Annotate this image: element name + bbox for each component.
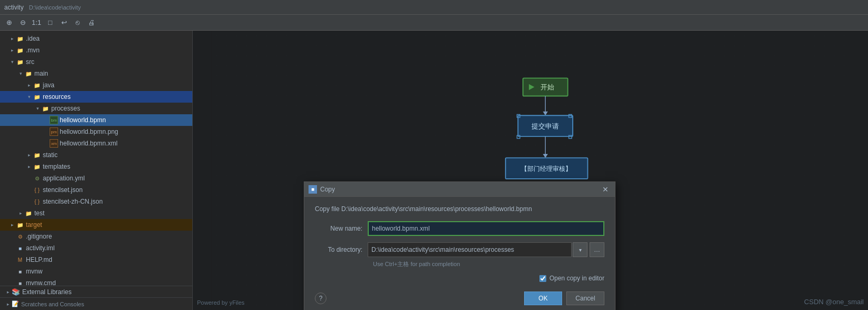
scratches-consoles-item[interactable]: 📝 Scratches and Consoles (0, 297, 192, 310)
dialog-open-copy-checkbox[interactable] (539, 275, 546, 282)
toolbar-btn-5[interactable]: ↩ (58, 17, 70, 29)
powered-by-label: Powered by yFiles (197, 299, 245, 306)
tree-item-mvn[interactable]: 📁 .mvn (0, 44, 192, 56)
xml-icon-helloworld: xm (50, 139, 58, 148)
ext-libs-icon: 📚 (12, 288, 20, 296)
dialog-directory-browse[interactable]: … (590, 242, 604, 257)
tree-item-target[interactable]: 📁 target (0, 219, 192, 231)
folder-icon-main: 📁 (24, 69, 33, 78)
tree-item-processes[interactable]: 📁 processes (0, 103, 192, 114)
dialog-close-button[interactable]: ✕ (600, 184, 611, 195)
arrow-test (17, 209, 24, 217)
dialog-buttons: ? OK Cancel (315, 289, 604, 305)
arrow-scratches (4, 300, 12, 308)
tree-label-mvnw-cmd: mvnw.cmd (26, 279, 56, 286)
tree-item-static[interactable]: 📁 static (0, 149, 192, 161)
toolbar-btn-4[interactable]: □ (44, 17, 56, 29)
tree-label-test: test (34, 209, 44, 217)
md-icon-help: M (16, 256, 24, 264)
tree-label-help-md: HELP.md (26, 256, 52, 263)
arrow-ext-libs (4, 288, 12, 296)
tree-item-help-md[interactable]: M HELP.md (0, 254, 192, 266)
toolbar-btn-3[interactable]: 1:1 (31, 17, 42, 29)
dialog-directory-input[interactable] (368, 242, 572, 257)
dialog-directory-dropdown[interactable]: ▾ (573, 242, 587, 257)
tree-label-mvn: .mvn (26, 47, 40, 54)
folder-icon-test: 📁 (24, 209, 33, 217)
tree-label-mvnw: mvnw (26, 268, 42, 275)
dialog-title-left: ■ Copy (309, 185, 335, 194)
tree-item-stencilset-json[interactable]: { } stencilset.json (0, 184, 192, 196)
tree-label-src: src (26, 58, 34, 66)
tree-item-helloworld-bpmn[interactable]: bm helloworld.bpmn (0, 114, 192, 126)
tree-item-helloworld-xml[interactable]: xm helloworld.bpmn.xml (0, 138, 192, 149)
json-icon-stencilset-zh: { } (33, 197, 41, 206)
yml-icon-application: ⚙ (33, 174, 41, 183)
tree-item-helloworld-png[interactable]: pm helloworld.bpmn.png (0, 126, 192, 138)
dialog-ok-button[interactable]: OK (524, 291, 562, 305)
toolbar-btn-7[interactable]: 🖨 (86, 17, 97, 29)
tree-item-application-yml[interactable]: ⚙ application.yml (0, 172, 192, 184)
folder-icon-static: 📁 (33, 151, 41, 159)
tree-item-gitignore[interactable]: ⚙ .gitignore (0, 231, 192, 242)
tree-item-stencilset-zh[interactable]: { } stencilset-zh-CN.json (0, 196, 192, 207)
folder-icon-mvn: 📁 (16, 46, 24, 54)
dialog-title-text: Copy (320, 186, 335, 193)
tree-item-activity-iml[interactable]: ■ activity.iml (0, 242, 192, 254)
tree-label-main: main (34, 70, 48, 77)
dialog-newname-row: New name: (315, 221, 604, 236)
tree-label-gitignore: .gitignore (26, 233, 52, 240)
tree-label-templates: templates (43, 163, 70, 170)
editor-area: 开始 提交申请 【部门经理审核】 Powered by yFiles CSDN … (193, 31, 868, 310)
tree-item-java[interactable]: 📁 java (0, 79, 192, 91)
tree-item-mvnw[interactable]: ■ mvnw (0, 266, 192, 277)
svg-text:开始: 开始 (540, 83, 554, 91)
arrow-java (25, 81, 33, 89)
toolbar-btn-2[interactable]: ⊖ (17, 17, 29, 29)
svg-text:提交申请: 提交申请 (531, 122, 559, 130)
tree-label-resources: resources (43, 93, 71, 101)
tree-item-resources[interactable]: 📁 resources (0, 91, 192, 103)
dialog-directory-label: To directory: (315, 246, 368, 253)
folder-icon-resources: 📁 (33, 93, 41, 101)
arrow-mvn (8, 47, 16, 54)
tree-item-idea[interactable]: 📁 .idea (0, 33, 192, 44)
tree-item-main[interactable]: 📁 main (0, 68, 192, 79)
tree-label-java: java (43, 81, 54, 89)
scratches-icon: 📝 (12, 300, 19, 307)
dialog-hint: Use Ctrl+主格 for path completion (373, 260, 604, 268)
tree-label-helloworld-bpmn: helloworld.bpmn (60, 116, 106, 124)
tree-label-idea: .idea (26, 35, 40, 42)
dialog-help-button[interactable]: ? (315, 293, 326, 304)
folder-icon-target: 📁 (16, 221, 24, 229)
arrow-resources (25, 93, 33, 101)
external-libraries-label: External Libraries (22, 288, 71, 296)
dialog-newname-input[interactable] (368, 221, 604, 236)
dialog-checkbox-row: Open copy in editor (315, 275, 604, 282)
dialog-titlebar: ■ Copy ✕ (304, 182, 615, 197)
folder-icon-templates: 📁 (33, 162, 41, 171)
dialog-icon: ■ (309, 185, 317, 194)
dialog-cancel-button[interactable]: Cancel (566, 291, 604, 305)
arrow-src (8, 58, 16, 66)
toolbar-btn-1[interactable]: ⊕ (3, 17, 15, 29)
dialog-ok-cancel-group: OK Cancel (524, 291, 604, 305)
file-tree: 📁 .idea 📁 .mvn 📁 src 📁 main (0, 31, 192, 286)
project-name: activity (4, 4, 24, 11)
dialog-body: Copy file D:\idea\code\activity\src\main… (304, 197, 615, 310)
folder-icon-idea: 📁 (16, 34, 24, 43)
toolbar-btn-6[interactable]: ⎋ (72, 17, 83, 29)
tree-item-templates[interactable]: 📁 templates (0, 161, 192, 172)
tree-item-src[interactable]: 📁 src (0, 56, 192, 68)
tree-label-helloworld-xml: helloworld.bpmn.xml (60, 140, 117, 147)
tree-label-stencilset-json: stencilset.json (43, 186, 82, 194)
folder-icon-java: 📁 (33, 81, 41, 89)
arrow-templates (25, 163, 33, 170)
arrow-main (17, 70, 24, 77)
csdn-watermark: CSDN @one_smail (804, 298, 864, 306)
bpmn-icon-helloworld: bm (50, 116, 58, 124)
dialog-newname-label: New name: (315, 225, 368, 232)
tree-item-mvnw-cmd[interactable]: ■ mvnw.cmd (0, 277, 192, 286)
tree-item-test[interactable]: 📁 test (0, 207, 192, 219)
external-libraries-item[interactable]: 📚 External Libraries (0, 286, 192, 297)
